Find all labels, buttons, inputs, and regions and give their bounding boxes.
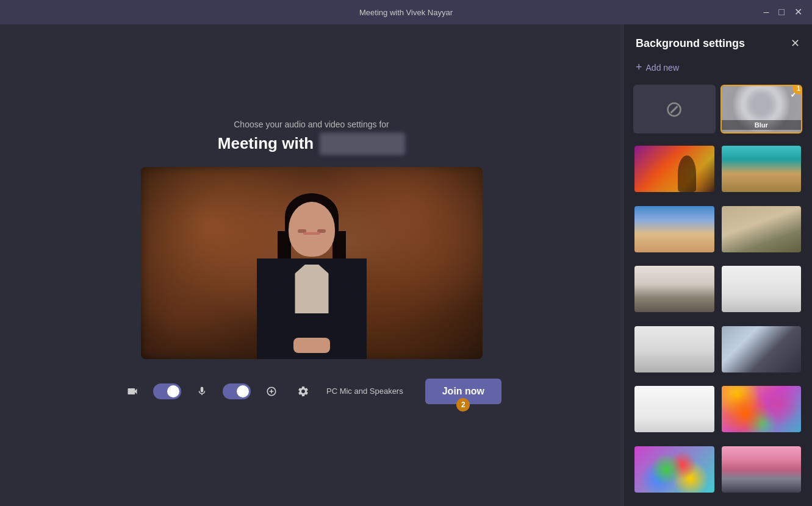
lapel-right bbox=[257, 258, 367, 307]
bg-studio-inner bbox=[634, 326, 714, 372]
bg-concert-inner bbox=[634, 146, 714, 192]
minimize-button[interactable]: – bbox=[763, 7, 769, 17]
maximize-button[interactable]: □ bbox=[778, 7, 785, 17]
hands bbox=[293, 338, 330, 353]
meeting-title-row: Meeting with bbox=[218, 133, 405, 155]
bg-modern-interior-item[interactable] bbox=[720, 325, 803, 374]
blazer bbox=[257, 258, 367, 359]
bg-minimal-office-inner bbox=[722, 206, 802, 252]
bg-bubbles-inner bbox=[634, 446, 714, 493]
bg-white-minimal-item[interactable] bbox=[633, 385, 716, 433]
add-new-background-button[interactable]: + Add new bbox=[623, 56, 812, 79]
blur-label: Blur bbox=[722, 120, 802, 130]
setup-text: Choose your audio and video settings for bbox=[234, 119, 389, 129]
bg-corridor-item[interactable] bbox=[720, 144, 803, 193]
audio-device-label: PC Mic and Speakers bbox=[326, 387, 403, 396]
bg-studio-item[interactable] bbox=[633, 325, 716, 374]
bg-minimal-office-item[interactable] bbox=[720, 205, 803, 254]
video-preview bbox=[141, 167, 483, 359]
bg-colorful-balls-item[interactable] bbox=[720, 385, 803, 433]
main-area: Choose your audio and video settings for… bbox=[0, 24, 623, 506]
panel-close-button[interactable]: ✕ bbox=[791, 37, 800, 50]
camera-toggle[interactable] bbox=[153, 383, 181, 399]
panel-header: Background settings ✕ bbox=[623, 24, 812, 56]
add-new-label: Add new bbox=[646, 63, 679, 73]
bg-none-inner: ⊘ bbox=[634, 86, 714, 132]
mic-icon bbox=[196, 385, 207, 397]
bg-city-item[interactable] bbox=[633, 205, 716, 254]
bg-white-room-inner bbox=[722, 266, 802, 312]
mic-toggle[interactable] bbox=[223, 383, 251, 399]
no-background-icon: ⊘ bbox=[665, 96, 683, 122]
bg-bedroom-item[interactable] bbox=[633, 265, 716, 313]
mic-button[interactable] bbox=[191, 380, 213, 402]
bg-city-inner bbox=[634, 206, 714, 252]
join-now-button[interactable]: Join now 2 bbox=[425, 379, 501, 404]
background-settings-panel: Background settings ✕ + Add new ⊘ ✓ Blur bbox=[623, 24, 812, 506]
camera-icon bbox=[126, 385, 138, 397]
person-figure bbox=[245, 176, 379, 359]
bg-bridge-item[interactable] bbox=[720, 445, 803, 494]
bg-modern-interior-inner bbox=[722, 326, 802, 372]
controls-bar: PC Mic and Speakers Join now 2 bbox=[109, 371, 514, 412]
lips bbox=[303, 232, 320, 235]
bg-corridor-inner bbox=[722, 146, 802, 192]
bg-colorful-balls-inner bbox=[722, 386, 802, 432]
bg-blur-item[interactable]: ✓ Blur 1 bbox=[720, 85, 803, 134]
titlebar: Meeting with Vivek Nayyar – □ ✕ bbox=[0, 0, 812, 24]
join-button-label: Join now bbox=[442, 386, 484, 396]
camera-button[interactable] bbox=[121, 380, 143, 402]
background-grid: ⊘ ✓ Blur 1 bbox=[623, 79, 812, 506]
gear-icon bbox=[297, 385, 309, 397]
meeting-title-label: Meeting with bbox=[218, 134, 314, 153]
main-layout: Choose your audio and video settings for… bbox=[0, 24, 812, 506]
effects-button[interactable] bbox=[260, 380, 282, 402]
mic-toggle-knob bbox=[237, 385, 249, 397]
camera-toggle-knob bbox=[167, 385, 179, 397]
effects-icon bbox=[265, 385, 278, 397]
bg-bedroom-inner bbox=[634, 266, 714, 312]
bg-white-minimal-inner bbox=[634, 386, 714, 432]
window-title: Meeting with Vivek Nayyar bbox=[359, 8, 453, 17]
window-controls: – □ ✕ bbox=[763, 7, 802, 17]
panel-title: Background settings bbox=[636, 37, 745, 50]
head bbox=[289, 202, 335, 257]
meeting-name-blurred bbox=[320, 133, 405, 155]
plus-icon: + bbox=[636, 61, 642, 74]
audio-settings-button[interactable] bbox=[292, 380, 314, 402]
join-badge: 2 bbox=[456, 398, 470, 412]
bg-white-room-item[interactable] bbox=[720, 265, 803, 313]
window-close-button[interactable]: ✕ bbox=[794, 7, 802, 17]
dancer-figure bbox=[678, 155, 696, 192]
bg-concert-item[interactable] bbox=[633, 144, 716, 193]
bg-none-item[interactable]: ⊘ bbox=[633, 85, 716, 134]
bg-bubbles-item[interactable] bbox=[633, 445, 716, 494]
bg-bridge-inner bbox=[722, 446, 802, 493]
